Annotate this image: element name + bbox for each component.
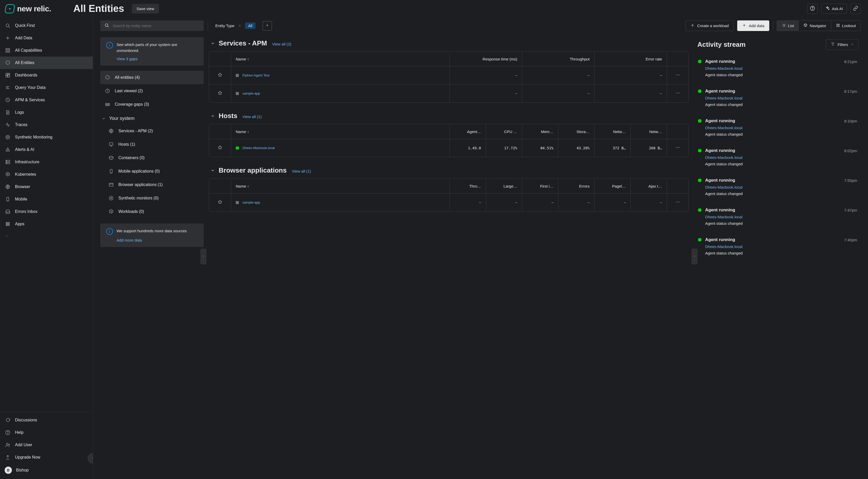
col-storage[interactable]: Stora… xyxy=(558,124,594,139)
nav-item-synthetic-monitoring[interactable]: Synthetic Monitoring xyxy=(0,131,93,143)
nav-user[interactable]: B Bishop xyxy=(0,464,93,477)
section-title[interactable]: Services - APM xyxy=(210,39,267,47)
nav-item-apps[interactable]: Apps xyxy=(0,218,93,230)
nav-item-quick-find[interactable]: Quick Find xyxy=(0,20,93,32)
activity-item[interactable]: Agent running7:47pmDhees-Macbook.localAg… xyxy=(695,203,860,230)
col-ajax[interactable]: Ajax t… xyxy=(630,179,666,193)
tree-group-head[interactable]: Your system xyxy=(100,111,204,124)
activity-host-link[interactable]: Dhees-Macbook.local xyxy=(705,245,857,249)
nav-item-help[interactable]: Help xyxy=(0,426,93,439)
table-row[interactable]: sample-app–––––– xyxy=(209,193,688,211)
col-cpu[interactable]: CPU … xyxy=(486,124,522,139)
table-row[interactable]: sample-app––– xyxy=(209,84,688,102)
col-response-time[interactable]: Response time (ms) xyxy=(450,52,522,66)
activity-host-link[interactable]: Dhees-Macbook.local xyxy=(705,155,857,160)
nav-item-upgrade-now[interactable]: Upgrade Now xyxy=(0,451,93,464)
right-pane-handle[interactable] xyxy=(692,249,698,264)
nav-item-dashboards[interactable]: Dashboards xyxy=(0,69,93,82)
col-name[interactable]: Name ↑ xyxy=(231,124,450,139)
nav-item-infrastructure[interactable]: Infrastructure xyxy=(0,156,93,168)
activity-host-link[interactable]: Dhees-Macbook.local xyxy=(705,96,857,100)
entity-link[interactable]: sample-app xyxy=(243,200,260,204)
table-row[interactable]: Python Agent Test––– xyxy=(209,66,688,84)
nav-item-all-entities[interactable]: All Entities xyxy=(0,57,93,69)
col-lcp[interactable]: Large… xyxy=(486,179,522,193)
col-error-rate[interactable]: Error rate xyxy=(594,52,666,66)
help-button[interactable] xyxy=(807,4,817,14)
nav-item-browser[interactable]: Browser xyxy=(0,181,93,193)
activity-item[interactable]: Agent running8:02pmDhees-Macbook.localAg… xyxy=(695,143,860,170)
activity-filters-button[interactable]: Filters xyxy=(826,39,859,50)
tree-item[interactable]: Hosts (1) xyxy=(104,138,204,151)
col-net-in[interactable]: Netw… xyxy=(594,124,630,139)
section-title[interactable]: Hosts xyxy=(210,112,237,120)
tree-item[interactable]: Services - APM (2) xyxy=(104,124,204,138)
entity-link[interactable]: Python Agent Test xyxy=(243,73,270,77)
row-actions-button[interactable] xyxy=(666,139,688,157)
create-workload-button[interactable]: Create a workload xyxy=(685,21,734,31)
browser-view-all-link[interactable]: View all (1) xyxy=(292,169,311,173)
activity-item[interactable]: Agent running7:40pmDhees-Macbook.localAg… xyxy=(695,233,860,259)
tree-item[interactable]: Last viewed (2) xyxy=(100,84,204,98)
nav-item-errors-inbox[interactable]: Errors Inbox xyxy=(0,205,93,218)
favorite-button[interactable] xyxy=(209,66,231,84)
col-net-out[interactable]: Netw… xyxy=(630,124,666,139)
activity-host-link[interactable]: Dhees-Macbook.local xyxy=(705,215,857,219)
nav-item-apm-services[interactable]: APM & Services xyxy=(0,94,93,106)
col-throughput[interactable]: Throughput xyxy=(522,52,594,66)
services-view-all-link[interactable]: View all (2) xyxy=(272,42,291,46)
col-errors[interactable]: Errors xyxy=(558,179,594,193)
activity-item[interactable]: Agent running8:10pmDhees-Macbook.localAg… xyxy=(695,114,860,140)
entity-link[interactable]: sample-app xyxy=(243,92,260,95)
col-pageload[interactable]: Pagel… xyxy=(594,179,630,193)
row-actions-button[interactable] xyxy=(666,193,688,211)
activity-host-link[interactable]: Dhees-Macbook.local xyxy=(705,126,857,130)
tree-item[interactable]: All entities (4) xyxy=(100,71,204,84)
nav-item-kubernetes[interactable]: Kubernetes xyxy=(0,168,93,181)
nav-item-all-capabilities[interactable]: All Capabilities xyxy=(0,44,93,57)
activity-list[interactable]: Agent running8:21pmDhees-Macbook.localAg… xyxy=(695,55,861,472)
add-data-button[interactable]: Add data xyxy=(737,21,769,31)
activity-host-link[interactable]: Dhees-Macbook.local xyxy=(705,66,857,70)
entity-link[interactable]: Dhees-Macbook.local xyxy=(243,146,275,150)
nav-item-discussions[interactable]: Discussions xyxy=(0,414,93,426)
filter-chip[interactable]: Entity Type = All xyxy=(212,21,258,31)
row-actions-button[interactable] xyxy=(666,85,688,102)
tree-item[interactable]: Workloads (0) xyxy=(104,205,204,218)
activity-item[interactable]: Agent running7:55pmDhees-Macbook.localAg… xyxy=(695,173,860,200)
search-input[interactable] xyxy=(112,23,199,28)
col-name[interactable]: Name ↑ xyxy=(231,52,450,66)
nav-item-mobile[interactable]: Mobile xyxy=(0,193,93,205)
col-mem[interactable]: Mem… xyxy=(522,124,558,139)
add-more-data-link[interactable]: Add more data xyxy=(117,238,198,242)
view-list-button[interactable]: List xyxy=(777,21,799,31)
view-gaps-link[interactable]: View 3 gaps xyxy=(117,57,198,61)
nav-item-add-data[interactable]: Add Data xyxy=(0,32,93,44)
nav-item-alerts-ai[interactable]: Alerts & AI xyxy=(0,143,93,156)
left-pane-handle[interactable] xyxy=(200,249,206,264)
nav-item-add-user[interactable]: Add User xyxy=(0,439,93,451)
ask-ai-button[interactable]: Ask AI xyxy=(821,4,847,14)
share-link-button[interactable] xyxy=(850,4,861,14)
row-actions-button[interactable] xyxy=(666,66,688,84)
activity-item[interactable]: Agent running8:21pmDhees-Macbook.localAg… xyxy=(695,55,860,81)
favorite-button[interactable] xyxy=(209,193,231,211)
save-view-button[interactable]: Save view xyxy=(132,4,159,13)
table-row[interactable]: Dhees-Macbook.local1.49.017.72%84.51%43.… xyxy=(209,139,688,157)
activity-item[interactable]: Agent running8:17pmDhees-Macbook.localAg… xyxy=(695,84,860,111)
hosts-view-all-link[interactable]: View all (1) xyxy=(243,115,261,119)
view-lookout-button[interactable]: Lookout xyxy=(831,21,861,31)
tree-item[interactable]: Mobile applications (0) xyxy=(104,165,204,178)
tree-item[interactable]: Browser applications (1) xyxy=(104,178,204,191)
tree-item[interactable]: Coverage gaps (3) xyxy=(100,98,204,111)
nav-item-logs[interactable]: Logs xyxy=(0,106,93,119)
nav-item-traces[interactable]: Traces xyxy=(0,119,93,131)
col-name[interactable]: Name ↑ xyxy=(231,179,450,193)
col-fid[interactable]: First i… xyxy=(522,179,558,193)
col-throughput[interactable]: Thro… xyxy=(450,179,486,193)
section-title[interactable]: Browser applications xyxy=(210,166,287,174)
favorite-button[interactable] xyxy=(209,139,231,157)
nav-item-query-your-data[interactable]: Query Your Data xyxy=(0,82,93,94)
view-navigator-button[interactable]: Navigator xyxy=(799,21,831,31)
search-box[interactable] xyxy=(100,21,204,31)
